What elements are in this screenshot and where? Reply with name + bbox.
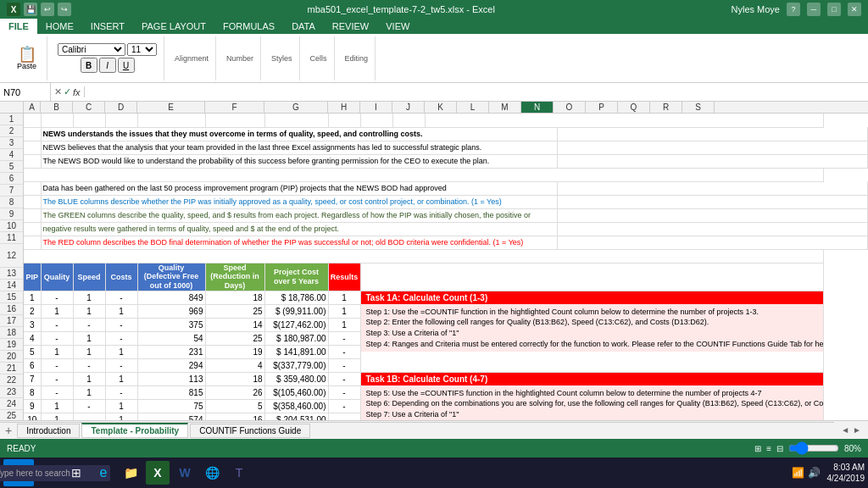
cell-n10-s10[interactable]	[558, 236, 868, 249]
cell-h22[interactable]: -	[328, 413, 360, 420]
cell-g13[interactable]: $ 18,786.00	[264, 291, 328, 304]
header-speed[interactable]: Speed	[73, 263, 105, 291]
undo-icon[interactable]: ↩	[41, 3, 54, 16]
row-3-header[interactable]: 3	[0, 137, 23, 149]
sheet-tab-introduction[interactable]: Introduction	[17, 424, 80, 438]
cell-e14[interactable]: 969	[137, 304, 205, 318]
cell-d20[interactable]: -	[105, 385, 137, 399]
row-22-header[interactable]: 22	[0, 374, 23, 386]
cell-f22[interactable]: 16	[205, 413, 264, 420]
cell-g22[interactable]: $ 204,531.00	[264, 413, 328, 420]
cell-b20[interactable]: -	[41, 385, 73, 399]
col-header-d[interactable]: D	[105, 102, 137, 113]
paste-btn[interactable]: 📋Paste	[14, 45, 40, 72]
row-5-header[interactable]: 5	[0, 161, 23, 173]
cell-a8[interactable]	[24, 208, 41, 222]
row-9-header[interactable]: 9	[0, 208, 23, 220]
cell-f19[interactable]: 18	[205, 372, 264, 385]
insert-function-icon[interactable]: fx	[73, 87, 81, 97]
cell-a9[interactable]	[24, 222, 41, 236]
tab-home[interactable]: HOME	[37, 19, 82, 34]
header-results[interactable]: Results	[328, 263, 360, 291]
col-header-l[interactable]: L	[457, 102, 489, 113]
col-header-i[interactable]: I	[360, 102, 392, 113]
row-8-header[interactable]: 8	[0, 197, 23, 208]
cell-reference[interactable]: N70	[0, 83, 51, 101]
cell-c17[interactable]: 1	[73, 345, 105, 358]
cell-a3[interactable]	[24, 141, 41, 154]
row-4-header[interactable]: 4	[0, 149, 23, 161]
header-quality-defective[interactable]: Quality (Defective Free out of 1000)	[137, 263, 205, 291]
row-12-header[interactable]: 12	[0, 244, 23, 268]
header-speed-reduction[interactable]: Speed (Reduction in Days)	[205, 263, 264, 291]
scroll-right-btn[interactable]: ►	[853, 425, 861, 435]
row-16-header[interactable]: 16	[0, 303, 23, 315]
cell-b2-text[interactable]: NEWS understands the issues that they mu…	[41, 127, 558, 141]
cell-h17[interactable]: -	[328, 345, 360, 358]
cell-f21[interactable]: 5	[205, 399, 264, 413]
cell-c22[interactable]: -	[73, 413, 105, 420]
cell-n7-s7[interactable]	[558, 195, 868, 208]
col-header-e[interactable]: E	[137, 102, 205, 113]
cell-h1[interactable]	[328, 114, 360, 127]
file-explorer-icon[interactable]: 📁	[119, 461, 142, 485]
cell-a20[interactable]: 8	[24, 385, 41, 399]
cell-a16[interactable]: 4	[24, 331, 41, 345]
cell-n4-s4[interactable]	[558, 154, 868, 168]
col-header-j[interactable]: J	[392, 102, 425, 113]
cell-e15[interactable]: 375	[137, 318, 205, 331]
cell-b1[interactable]	[41, 114, 73, 127]
cell-f1[interactable]	[205, 114, 264, 127]
cell-c14[interactable]: 1	[73, 304, 105, 318]
minimize-icon[interactable]: ─	[807, 3, 821, 16]
cell-h18[interactable]: -	[328, 358, 360, 372]
cell-e18[interactable]: 294	[137, 358, 205, 372]
cell-b3-text[interactable]: NEWS believes that the analysis that you…	[41, 141, 558, 154]
row-2-header[interactable]: 2	[0, 125, 23, 137]
cell-a6[interactable]	[24, 181, 41, 195]
tab-page-layout[interactable]: PAGE LAYOUT	[133, 19, 214, 34]
cell-b17[interactable]: 1	[41, 345, 73, 358]
cell-e20[interactable]: 815	[137, 385, 205, 399]
col-header-b[interactable]: B	[41, 102, 73, 113]
row-25-header[interactable]: 25	[0, 410, 23, 420]
cell-h19[interactable]: -	[328, 372, 360, 385]
row-14-header[interactable]: 14	[0, 280, 23, 291]
cell-c16[interactable]: 1	[73, 331, 105, 345]
cell-a2[interactable]	[24, 127, 41, 141]
cell-a4[interactable]	[24, 154, 41, 168]
cell-e22[interactable]: 574	[137, 413, 205, 420]
cell-b4-text[interactable]: The NEWS BOD would like to understand th…	[41, 154, 558, 168]
cortana-icon[interactable]	[37, 461, 61, 485]
confirm-formula-icon[interactable]: ✓	[64, 86, 71, 97]
cell-g16[interactable]: $ 180,987.00	[264, 331, 328, 345]
normal-view-icon[interactable]: ≡	[766, 444, 771, 453]
cell-g14[interactable]: $ (99,911.00)	[264, 304, 328, 318]
cell-d21[interactable]: 1	[105, 399, 137, 413]
cell-f13[interactable]: 18	[205, 291, 264, 304]
cell-a21[interactable]: 9	[24, 399, 41, 413]
cell-b18[interactable]: -	[41, 358, 73, 372]
cell-g1[interactable]	[264, 114, 328, 127]
cell-e17[interactable]: 231	[137, 345, 205, 358]
cell-a22[interactable]: 10	[24, 413, 41, 420]
cell-b6-text[interactable]: Data has been gathered on the last 50 pr…	[41, 181, 558, 195]
cell-k1-s1[interactable]	[425, 114, 823, 127]
teams-icon[interactable]: T	[227, 461, 251, 485]
cell-b22[interactable]: 1	[41, 413, 73, 420]
tab-insert[interactable]: INSERT	[82, 19, 133, 34]
col-header-h[interactable]: H	[328, 102, 360, 113]
underline-btn[interactable]: U	[118, 58, 135, 73]
cell-n6-s6[interactable]	[558, 181, 868, 195]
cell-b14[interactable]: 1	[41, 304, 73, 318]
cell-a15[interactable]: 3	[24, 318, 41, 331]
cell-b13[interactable]: -	[41, 291, 73, 304]
task-view-icon[interactable]: ⊞	[64, 461, 88, 485]
row-1-header[interactable]: 1	[0, 114, 23, 125]
cell-c18[interactable]: -	[73, 358, 105, 372]
cell-g15[interactable]: $(127,462.00)	[264, 318, 328, 331]
header-project-cost[interactable]: Project Cost over 5 Years	[264, 263, 328, 291]
row-10-header[interactable]: 10	[0, 220, 23, 232]
close-icon[interactable]: ✕	[848, 3, 861, 16]
col-header-m[interactable]: M	[489, 102, 521, 113]
